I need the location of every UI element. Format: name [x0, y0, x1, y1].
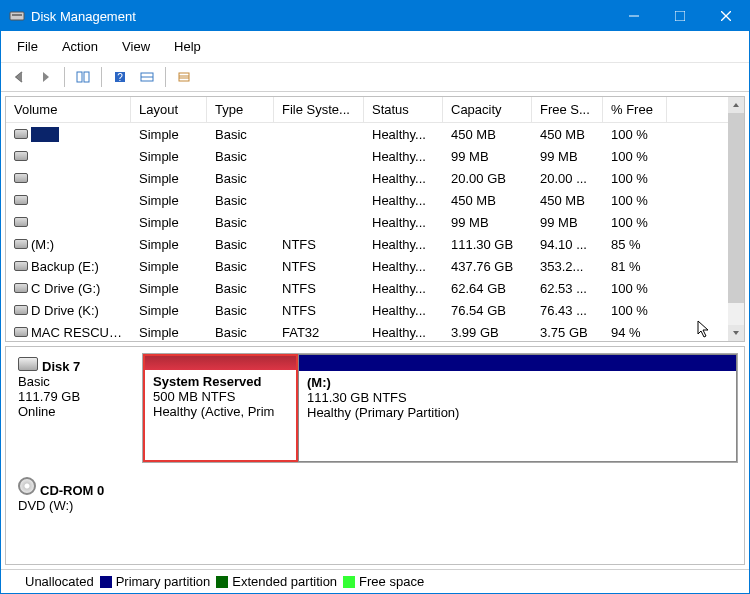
svg-rect-7: [84, 72, 89, 82]
volume-icon: [14, 261, 28, 271]
menu-view[interactable]: View: [110, 35, 162, 58]
back-button[interactable]: [7, 65, 31, 89]
svg-rect-3: [675, 11, 685, 21]
legend-swatch-primary: [100, 576, 112, 588]
menu-bar: File Action View Help: [1, 31, 749, 63]
partition-size: 500 MB NTFS: [153, 389, 288, 404]
cell-capacity: 76.54 GB: [443, 302, 532, 319]
cell-free: 450 MB: [532, 192, 603, 209]
cell-status: Healthy...: [364, 258, 443, 275]
cell-free: 99 MB: [532, 148, 603, 165]
volume-row[interactable]: SimpleBasicHealthy...99 MB99 MB100 %: [6, 211, 744, 233]
cell-free: 62.53 ...: [532, 280, 603, 297]
volume-row[interactable]: SimpleBasicHealthy...99 MB99 MB100 %: [6, 145, 744, 167]
scroll-up-button[interactable]: [728, 97, 744, 113]
close-button[interactable]: [703, 1, 749, 31]
settings-button[interactable]: [135, 65, 159, 89]
volume-row[interactable]: Backup (E:)SimpleBasicNTFSHealthy...437.…: [6, 255, 744, 277]
cell-status: Healthy...: [364, 324, 443, 341]
legend: Unallocated Primary partition Extended p…: [1, 569, 749, 593]
col-percent-free[interactable]: % Free: [603, 97, 667, 122]
volume-name-cell: [6, 148, 131, 165]
disk-label: CD-ROM 0: [40, 483, 104, 498]
cdrom-icon: [18, 477, 36, 495]
cell-layout: Simple: [131, 258, 207, 275]
volume-icon: [14, 239, 28, 249]
cell-pct: 81 %: [603, 258, 667, 275]
scroll-down-button[interactable]: [728, 325, 744, 341]
volume-name-cell: MAC RESCUE ...: [6, 324, 131, 341]
forward-button[interactable]: [34, 65, 58, 89]
partition[interactable]: System Reserved500 MB NTFSHealthy (Activ…: [143, 354, 298, 462]
col-volume[interactable]: Volume: [6, 97, 131, 122]
list-button[interactable]: [172, 65, 196, 89]
volume-row[interactable]: SimpleBasicHealthy...20.00 GB20.00 ...10…: [6, 167, 744, 189]
legend-label-primary: Primary partition: [116, 574, 211, 589]
disk-info-line: Online: [18, 404, 136, 419]
cell-status: Healthy...: [364, 192, 443, 209]
menu-file[interactable]: File: [5, 35, 50, 58]
menu-action[interactable]: Action: [50, 35, 110, 58]
disk-row: CD-ROM 0DVD (W:): [12, 473, 738, 517]
cell-pct: 100 %: [603, 126, 667, 143]
partition-title: (M:): [307, 375, 728, 390]
cell-layout: Simple: [131, 280, 207, 297]
disk-info[interactable]: CD-ROM 0DVD (W:): [12, 473, 142, 517]
maximize-button[interactable]: [657, 1, 703, 31]
toolbar-separator: [101, 67, 102, 87]
partition-status: Healthy (Active, Prim: [153, 404, 288, 419]
app-icon: [9, 8, 25, 24]
volume-row[interactable]: (M:)SimpleBasicNTFSHealthy...111.30 GB94…: [6, 233, 744, 255]
volume-row[interactable]: MAC RESCUE ...SimpleBasicFAT32Healthy...…: [6, 321, 744, 342]
cell-pct: 100 %: [603, 302, 667, 319]
volume-row[interactable]: SimpleBasicHealthy...450 MB450 MB100 %: [6, 189, 744, 211]
cell-type: Basic: [207, 302, 274, 319]
cell-capacity: 450 MB: [443, 126, 532, 143]
volume-icon: [14, 195, 28, 205]
cell-fs: [274, 221, 364, 223]
disk-info-line: 111.79 GB: [18, 389, 136, 404]
volume-name-cell: [6, 192, 131, 209]
cell-fs: NTFS: [274, 280, 364, 297]
cell-type: Basic: [207, 148, 274, 165]
title-bar: Disk Management: [1, 1, 749, 31]
cell-type: Basic: [207, 126, 274, 143]
col-free-space[interactable]: Free S...: [532, 97, 603, 122]
cell-fs: [274, 199, 364, 201]
volume-icon: [14, 305, 28, 315]
legend-label-free: Free space: [359, 574, 424, 589]
partition-map: System Reserved500 MB NTFSHealthy (Activ…: [142, 353, 738, 463]
volume-row[interactable]: SimpleBasicHealthy...450 MB450 MB100 %: [6, 123, 744, 145]
volume-row[interactable]: C Drive (G:)SimpleBasicNTFSHealthy...62.…: [6, 277, 744, 299]
cell-capacity: 437.76 GB: [443, 258, 532, 275]
col-layout[interactable]: Layout: [131, 97, 207, 122]
menu-help[interactable]: Help: [162, 35, 213, 58]
col-type[interactable]: Type: [207, 97, 274, 122]
cell-status: Healthy...: [364, 302, 443, 319]
volume-name-cell: (M:): [6, 236, 131, 253]
disk-info[interactable]: Disk 7Basic111.79 GBOnline: [12, 353, 142, 463]
col-status[interactable]: Status: [364, 97, 443, 122]
volume-name-cell: Backup (E:): [6, 258, 131, 275]
volume-row[interactable]: D Drive (K:)SimpleBasicNTFSHealthy...76.…: [6, 299, 744, 321]
toolbar-separator: [64, 67, 65, 87]
svg-rect-12: [179, 73, 189, 81]
cell-pct: 100 %: [603, 280, 667, 297]
show-hide-console-button[interactable]: [71, 65, 95, 89]
legend-swatch-free: [343, 576, 355, 588]
cell-capacity: 111.30 GB: [443, 236, 532, 253]
legend-swatch-extended: [216, 576, 228, 588]
col-file-system[interactable]: File Syste...: [274, 97, 364, 122]
col-capacity[interactable]: Capacity: [443, 97, 532, 122]
disk-info-line: DVD (W:): [18, 498, 136, 513]
scroll-thumb[interactable]: [728, 113, 744, 303]
vertical-scrollbar[interactable]: [728, 97, 744, 341]
cell-type: Basic: [207, 258, 274, 275]
partition-header: [145, 356, 296, 370]
minimize-button[interactable]: [611, 1, 657, 31]
legend-label-extended: Extended partition: [232, 574, 337, 589]
partition[interactable]: (M:)111.30 GB NTFSHealthy (Primary Parti…: [298, 354, 737, 462]
disk-label: Disk 7: [42, 359, 80, 374]
help-button[interactable]: ?: [108, 65, 132, 89]
cell-pct: 100 %: [603, 170, 667, 187]
